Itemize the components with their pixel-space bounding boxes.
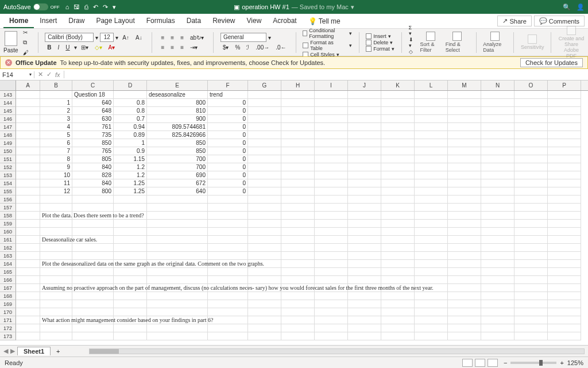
cell-J145[interactable]	[348, 107, 381, 115]
cell-I163[interactable]	[315, 252, 348, 260]
cell-N147[interactable]	[481, 123, 514, 131]
cell-E156[interactable]	[147, 195, 208, 204]
cell-O155[interactable]	[514, 187, 548, 195]
cell-L172[interactable]	[415, 324, 448, 332]
cell-O148[interactable]	[514, 131, 548, 139]
row-header[interactable]: 173	[0, 332, 16, 340]
cell-D152[interactable]: 1.2	[114, 163, 147, 171]
cell-A149[interactable]	[16, 139, 40, 147]
cell-F151[interactable]: 0	[208, 155, 248, 163]
cell-L143[interactable]	[415, 91, 448, 99]
cell-N170[interactable]	[481, 308, 514, 316]
cell-O165[interactable]	[514, 268, 548, 276]
cell-M146[interactable]	[448, 115, 481, 123]
row-header[interactable]: 164	[0, 260, 16, 268]
cell-O152[interactable]	[514, 163, 548, 171]
cell-E168[interactable]	[147, 292, 208, 300]
indent-button[interactable]: ⇥▾	[188, 43, 200, 52]
cell-C173[interactable]	[72, 332, 114, 340]
sheet-nav-prev[interactable]: ◀	[3, 347, 8, 355]
cell-F155[interactable]: 0	[208, 187, 248, 195]
cell-I153[interactable]	[315, 171, 348, 179]
cell-K145[interactable]	[381, 107, 415, 115]
cell-A162[interactable]	[16, 244, 40, 252]
row-header[interactable]: 166	[0, 276, 16, 284]
cell-G155[interactable]	[248, 187, 281, 195]
row-header[interactable]: 153	[0, 171, 16, 179]
cell-K146[interactable]	[381, 115, 415, 123]
page-break-view-button[interactable]	[488, 359, 498, 367]
cell-K160[interactable]	[381, 228, 415, 236]
cell-G169[interactable]	[248, 300, 281, 308]
font-name-select[interactable]: Calibri (Body)	[45, 33, 94, 42]
cell-N149[interactable]	[481, 139, 514, 147]
cell-P154[interactable]	[548, 179, 581, 187]
cell-N144[interactable]	[481, 99, 514, 107]
border-button[interactable]: ⊞▾	[79, 43, 91, 52]
cell-N158[interactable]	[481, 212, 514, 220]
cell-J158[interactable]	[348, 212, 381, 220]
cell-B173[interactable]	[40, 332, 72, 340]
cell-F150[interactable]: 0	[208, 147, 248, 155]
cell-O167[interactable]	[514, 284, 548, 292]
cell-D154[interactable]: 1.25	[114, 179, 147, 187]
cell-C159[interactable]	[72, 220, 114, 228]
cell-H144[interactable]	[281, 99, 315, 107]
align-top-button[interactable]: ≡	[158, 33, 167, 42]
decrease-decimal-button[interactable]: .0←	[273, 43, 288, 52]
cell-D145[interactable]: 0.8	[114, 107, 147, 115]
cell-O160[interactable]	[514, 228, 548, 236]
cell-N162[interactable]	[481, 244, 514, 252]
cell-M153[interactable]	[448, 171, 481, 179]
cell-A165[interactable]	[16, 268, 40, 276]
cell-M154[interactable]	[448, 179, 481, 187]
cell-P162[interactable]	[548, 244, 581, 252]
row-header[interactable]: 150	[0, 147, 16, 155]
cell-A169[interactable]	[16, 300, 40, 308]
row-header[interactable]: 165	[0, 268, 16, 276]
format-cells-button[interactable]: Format ▾	[366, 46, 394, 52]
cell-G162[interactable]	[248, 244, 281, 252]
row-header[interactable]: 154	[0, 179, 16, 187]
cell-A151[interactable]	[16, 155, 40, 163]
cell-E159[interactable]	[147, 220, 208, 228]
cell-K164[interactable]	[381, 260, 415, 268]
font-color-button[interactable]: A▾	[106, 43, 118, 52]
cell-K162[interactable]	[381, 244, 415, 252]
font-name-dropdown-icon[interactable]: ▾	[95, 34, 98, 41]
cell-F158[interactable]	[208, 212, 248, 220]
cell-L166[interactable]	[415, 276, 448, 284]
row-header[interactable]: 161	[0, 236, 16, 244]
cell-O171[interactable]	[514, 316, 548, 324]
cell-G171[interactable]	[248, 316, 281, 324]
cell-K150[interactable]	[381, 147, 415, 155]
cell-N165[interactable]	[481, 268, 514, 276]
cell-J168[interactable]	[348, 292, 381, 300]
align-left-button[interactable]: ≡	[158, 43, 167, 52]
find-select-button[interactable]: Find & Select	[446, 32, 469, 53]
align-right-button[interactable]: ≡	[178, 43, 186, 52]
cell-O145[interactable]	[514, 107, 548, 115]
row-header[interactable]: 167	[0, 284, 16, 292]
cell-B149[interactable]: 6	[40, 139, 72, 147]
cell-N151[interactable]	[481, 155, 514, 163]
cell-D148[interactable]: 0.89	[114, 131, 147, 139]
cell-B172[interactable]	[40, 324, 72, 332]
cell-F154[interactable]: 0	[208, 179, 248, 187]
cell-B160[interactable]	[40, 228, 72, 236]
cell-J165[interactable]	[348, 268, 381, 276]
cell-B158[interactable]: Plot the data. Does there seem to be a t…	[40, 212, 72, 220]
cell-L146[interactable]	[415, 115, 448, 123]
cell-O172[interactable]	[514, 324, 548, 332]
cell-C172[interactable]	[72, 324, 114, 332]
autosum-button[interactable]: Σ ▾	[409, 25, 416, 36]
cell-G145[interactable]	[248, 107, 281, 115]
cell-J152[interactable]	[348, 163, 381, 171]
cell-F165[interactable]	[208, 268, 248, 276]
undo-icon[interactable]: ↶	[93, 3, 98, 11]
col-header-E[interactable]: E	[147, 80, 208, 90]
cell-D147[interactable]: 0.94	[114, 123, 147, 131]
cell-D146[interactable]: 0.7	[114, 115, 147, 123]
cell-F143[interactable]: trend	[208, 91, 248, 99]
cell-G173[interactable]	[248, 332, 281, 340]
